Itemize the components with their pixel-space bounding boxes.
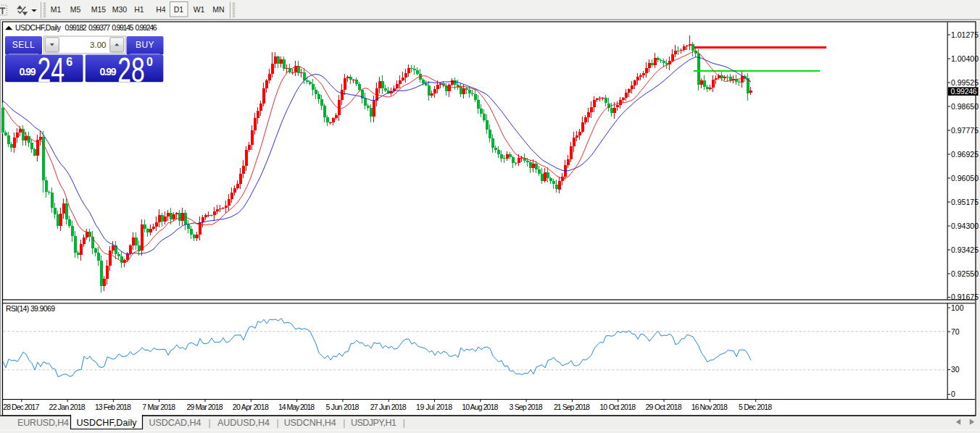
svg-text:H1: H1 xyxy=(134,5,144,14)
svg-text:0.91675: 0.91675 xyxy=(951,293,979,301)
svg-text:|: | xyxy=(403,418,405,428)
svg-text:0.99: 0.99 xyxy=(20,66,36,77)
svg-text:0.99145: 0.99145 xyxy=(112,23,133,32)
svg-text:28: 28 xyxy=(117,51,145,89)
svg-text:1.01275: 1.01275 xyxy=(951,30,979,39)
svg-text:H4: H4 xyxy=(156,5,166,14)
svg-text:W1: W1 xyxy=(194,5,205,14)
svg-text:0.93425: 0.93425 xyxy=(951,245,979,254)
svg-text:21 Sep 2018: 21 Sep 2018 xyxy=(554,403,590,411)
svg-text:6: 6 xyxy=(66,56,72,68)
svg-text:30: 30 xyxy=(951,365,960,374)
svg-text:USDCNH,H4: USDCNH,H4 xyxy=(284,418,336,428)
svg-text:0: 0 xyxy=(146,56,153,68)
svg-text:BUY: BUY xyxy=(136,40,154,50)
svg-text:M30: M30 xyxy=(112,5,128,14)
svg-text:0.96925: 0.96925 xyxy=(951,150,979,159)
svg-text:0.99525: 0.99525 xyxy=(951,78,979,87)
svg-text:10 Oct 2018: 10 Oct 2018 xyxy=(599,403,636,411)
svg-text:0.94300: 0.94300 xyxy=(951,222,979,230)
svg-text:24: 24 xyxy=(38,51,65,89)
svg-text:M15: M15 xyxy=(91,5,107,14)
svg-text:20 Apr 2018: 20 Apr 2018 xyxy=(233,403,269,411)
svg-text:EURUSD,H4: EURUSD,H4 xyxy=(17,418,69,428)
svg-text:D1: D1 xyxy=(174,5,184,14)
svg-text:USDCAD,H4: USDCAD,H4 xyxy=(149,418,202,428)
svg-text:M5: M5 xyxy=(70,5,81,14)
svg-text:|: | xyxy=(276,418,278,428)
svg-text:28 Dec 2017: 28 Dec 2017 xyxy=(3,403,39,411)
svg-text:13 Feb 2018: 13 Feb 2018 xyxy=(95,403,131,411)
svg-text:5 Dec 2018: 5 Dec 2018 xyxy=(739,403,772,411)
svg-text:0.92550: 0.92550 xyxy=(951,269,979,278)
svg-text:USDCHF,Daily: USDCHF,Daily xyxy=(15,23,62,32)
svg-text:19 Jul 2018: 19 Jul 2018 xyxy=(416,403,452,411)
svg-text:3.00: 3.00 xyxy=(90,41,106,49)
svg-text:14 May 2018: 14 May 2018 xyxy=(278,403,315,411)
svg-text:100: 100 xyxy=(951,303,964,312)
svg-text:3 Sep 2018: 3 Sep 2018 xyxy=(510,403,543,411)
svg-text:70: 70 xyxy=(951,327,960,336)
svg-text:|: | xyxy=(208,418,210,428)
svg-text:7 Mar 2018: 7 Mar 2018 xyxy=(142,403,175,411)
svg-text:29 Oct 2018: 29 Oct 2018 xyxy=(646,403,682,411)
svg-text:1.00400: 1.00400 xyxy=(951,54,979,63)
svg-text:AUDUSD,H4: AUDUSD,H4 xyxy=(217,418,270,428)
svg-text:0.99246: 0.99246 xyxy=(136,23,157,32)
svg-text:0.99: 0.99 xyxy=(100,66,117,77)
svg-text:0.95175: 0.95175 xyxy=(951,198,979,206)
svg-text:M1: M1 xyxy=(51,5,62,14)
svg-text:|: | xyxy=(343,418,345,428)
svg-text:RSI(14) 39.9069: RSI(14) 39.9069 xyxy=(6,304,55,313)
svg-text:0.99182: 0.99182 xyxy=(65,23,87,32)
svg-text:22 Jan 2018: 22 Jan 2018 xyxy=(49,403,86,411)
svg-text:SELL: SELL xyxy=(12,40,35,50)
svg-text:10 Aug 2018: 10 Aug 2018 xyxy=(462,403,498,411)
svg-text:0.99246: 0.99246 xyxy=(951,87,977,96)
svg-text:27 Jun 2018: 27 Jun 2018 xyxy=(370,403,407,411)
svg-text:16 Nov 2018: 16 Nov 2018 xyxy=(692,403,728,411)
svg-text:USDJPY,H1: USDJPY,H1 xyxy=(351,418,396,428)
svg-text:0: 0 xyxy=(951,390,955,398)
svg-text:0.96050: 0.96050 xyxy=(951,174,979,182)
svg-text:MN: MN xyxy=(212,5,224,14)
svg-text:0.97775: 0.97775 xyxy=(951,126,979,135)
svg-text:29 Mar 2018: 29 Mar 2018 xyxy=(187,403,223,411)
svg-text:0.98650: 0.98650 xyxy=(951,102,979,111)
svg-text:5 Jun 2018: 5 Jun 2018 xyxy=(325,403,359,411)
svg-text:0.99377: 0.99377 xyxy=(88,23,110,32)
svg-text:USDCHF,Daily: USDCHF,Daily xyxy=(77,418,138,428)
